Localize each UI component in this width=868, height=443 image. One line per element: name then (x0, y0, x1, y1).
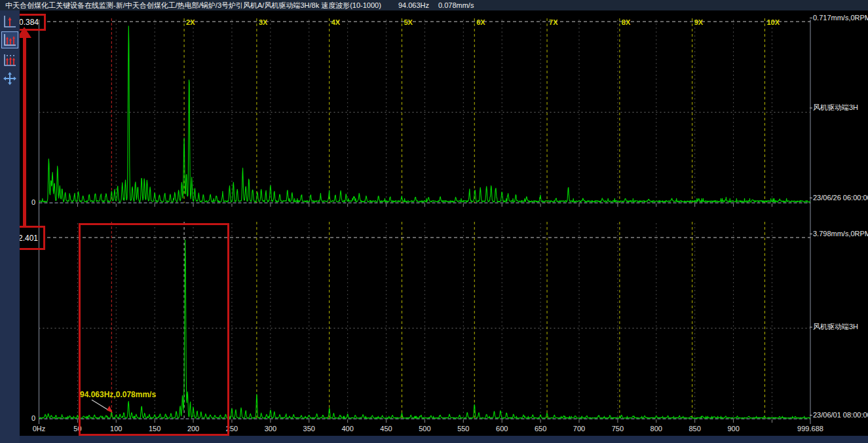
x-axis-tick-label: 600 (496, 425, 508, 433)
harmonic-order-label: 2X (186, 18, 195, 26)
harmonic-order-label: 7X (549, 18, 558, 26)
cursor-amplitude-readout: 0.078mm/s (438, 1, 474, 9)
harmonic-cursor-spectrum-button[interactable] (2, 32, 18, 48)
harmonic-cursor-spectrum-icon (2, 32, 18, 48)
title-bar: 中天合创煤化工关键设备在线监测-新/中天合创煤化工/热电部/锅炉/3号炉引风机A… (0, 0, 868, 10)
scale-callout-arrow-shaft (23, 37, 26, 226)
bottom-chart-fullscale-label: 3.798mm/s,0RPM (813, 230, 868, 238)
x-axis-tick-label: 500 (419, 425, 430, 433)
harmonic-order-label: 10X (766, 18, 780, 26)
x-axis-tick-label: 650 (535, 425, 546, 433)
pan-move-icon (2, 71, 18, 86)
toolbar-sidebar (0, 10, 20, 443)
x-axis-tick-label: 350 (303, 425, 315, 433)
top-chart-zero-label: 0 (25, 198, 35, 206)
sideband-cursor-spectrum-icon (2, 52, 18, 68)
x-axis-tick-label: 450 (380, 425, 392, 433)
harmonic-order-label: 8X (622, 18, 631, 26)
top-scale-value: 0.384 (19, 18, 39, 27)
single-cursor-spectrum-button[interactable] (2, 14, 18, 29)
x-axis-tick-label: 300 (265, 425, 276, 433)
app-window: 中天合创煤化工关键设备在线监测-新/中天合创煤化工/热电部/锅炉/3号炉引风机A… (0, 0, 868, 443)
cursor-frequency-readout: 94.063Hz (398, 1, 429, 9)
top-chart-timestamp-label: 23/06/26 06:00:00 (813, 194, 868, 202)
harmonic-order-label: 5X (404, 18, 413, 26)
harmonic-order-label: 4X (331, 18, 341, 26)
x-axis-tick-label: 550 (457, 425, 469, 433)
x-axis-tick-label: 999.688 (797, 425, 823, 433)
harmonic-order-label: 3X (259, 18, 268, 26)
bottom-status-strip (0, 436, 868, 443)
window-title: 中天合创煤化工关键设备在线监测-新/中天合创煤化工/热电部/锅炉/3号炉引风机A… (5, 1, 381, 10)
x-axis-tick-label: 850 (689, 425, 700, 433)
bottom-scale-value: 2.401 (18, 234, 38, 243)
x-axis-tick-label: 750 (612, 425, 624, 433)
zoom-selection-rectangle (79, 223, 229, 436)
bottom-chart-channel-label: 风机驱动端3H (813, 322, 858, 332)
harmonic-order-label: 9X (694, 18, 704, 26)
bottom-chart-zero-label: 0 (25, 414, 35, 422)
bottom-chart-timestamp-label: 23/06/01 08:00:00 (813, 411, 868, 419)
x-axis-tick-label: 0Hz (33, 425, 46, 433)
peak-annotation-text: 94.063Hz,0.078mm/s (80, 390, 156, 399)
top-chart-channel-label: 风机驱动端3H (813, 103, 858, 113)
top-chart-fullscale-label: 0.717mm/s,0RPM (813, 14, 868, 22)
x-axis-tick-label: 900 (727, 425, 739, 433)
x-axis-tick-label: 400 (341, 425, 353, 433)
pan-button[interactable] (2, 71, 18, 86)
sideband-cursor-spectrum-button[interactable] (2, 52, 18, 68)
single-cursor-spectrum-icon (2, 14, 18, 29)
x-axis-tick-label: 700 (573, 425, 585, 433)
x-axis-tick-label: 800 (651, 425, 662, 433)
harmonic-order-label: 6X (476, 18, 485, 26)
